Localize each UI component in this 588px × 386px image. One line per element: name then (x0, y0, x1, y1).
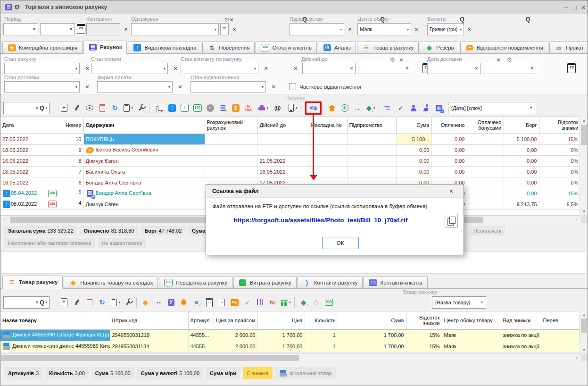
search-icon[interactable]: Q (40, 299, 44, 306)
selection-list-button[interactable] (190, 296, 203, 309)
scrollbar-thumb[interactable] (581, 125, 587, 145)
barcode-button[interactable] (254, 296, 266, 309)
payment-state-select[interactable]: ▾ (91, 63, 168, 74)
excel-export-button[interactable] (323, 296, 335, 309)
product-horizontal-scrollbar[interactable]: › (0, 353, 580, 361)
global-search-icon[interactable] (523, 15, 532, 24)
copy-invoice-button[interactable] (153, 101, 166, 115)
price-tag-button[interactable] (177, 296, 190, 309)
period-to-input[interactable]: . .× (40, 23, 75, 35)
confirm-products-button[interactable] (241, 296, 254, 309)
scrollbar-thumb[interactable] (1, 355, 299, 361)
column-header-recipient[interactable]: Одержувач (83, 117, 205, 134)
recipient-settings-close-icon[interactable]: × (228, 15, 235, 25)
invoice-template-button[interactable] (216, 101, 229, 115)
import-document-button[interactable] (215, 296, 228, 309)
product-row[interactable]: Джинси 44555990 Lafarge Франція XL(р)294… (0, 329, 580, 341)
export-document-button[interactable] (178, 101, 191, 115)
file-link[interactable]: https://torgsoft.ua/assets/files/Photo_t… (206, 217, 435, 224)
column-header-discount_type[interactable]: Вид знижки (501, 311, 541, 329)
column-header-enterprise[interactable]: Підприємство (347, 117, 396, 134)
column-header-bonus[interactable]: Оплачено бонусами (467, 117, 504, 134)
enterprise-clear-icon[interactable]: × (346, 24, 354, 34)
payment-form-select[interactable]: ▾ (97, 81, 173, 92)
column-header-discount[interactable]: Відсоток знижки (539, 117, 580, 134)
clear-icon[interactable]: × (350, 65, 353, 72)
view-invoice-button[interactable] (83, 101, 96, 115)
partial-shipment-checkbox[interactable] (289, 83, 296, 90)
courier-button[interactable] (420, 101, 432, 115)
service-tools-button[interactable] (121, 296, 134, 309)
delivery-date-calendar-icon[interactable] (567, 64, 576, 72)
column-header-barcode[interactable]: Штрих-код (110, 311, 188, 329)
column-header-waybill[interactable]: Накладна № (309, 117, 347, 134)
scroll-up-icon[interactable]: ▴ (580, 311, 588, 319)
minimize-button[interactable] (562, 3, 571, 11)
tab-rental[interactable]: Прокат (549, 42, 588, 53)
product-summary-badge-5[interactable]: Є знижка (243, 367, 273, 379)
tab-analysis[interactable]: Аналіз (318, 42, 356, 53)
invoice-vertical-scrollbar[interactable]: ▴ ▾ (580, 117, 588, 215)
tab-commercial-offer[interactable]: Комерційна пропозиція (2, 42, 83, 53)
copy-link-button[interactable] (445, 214, 458, 228)
column-header-checked[interactable]: Перев (541, 311, 580, 329)
column-header-price[interactable]: Ціна (257, 311, 305, 329)
numbering-button[interactable] (266, 296, 279, 309)
delete-invoice-button[interactable] (96, 101, 108, 115)
scroll-up-icon[interactable]: ▴ (580, 117, 588, 124)
close-button[interactable] (579, 3, 588, 11)
refresh-button[interactable] (108, 101, 121, 115)
payment-form-clear-icon[interactable]: × (176, 82, 184, 92)
send-forward-button[interactable] (351, 101, 364, 115)
clear-icon[interactable]: × (35, 299, 39, 306)
edit-product-button[interactable] (70, 296, 83, 309)
maximize-button[interactable] (571, 3, 579, 11)
currency-rate-button[interactable] (338, 101, 351, 115)
filter-chip-unpaid[interactable]: Неоплачені (470, 226, 505, 235)
reserve-product-button[interactable] (297, 296, 310, 309)
price-recalc-button[interactable] (228, 296, 241, 309)
http-link-button[interactable] (305, 101, 322, 115)
invoice-sort-combo[interactable]: [Дата] [ключ]▾ (448, 102, 535, 114)
currency-search-icon[interactable] (458, 15, 466, 24)
delivery-state-clear-icon[interactable]: × (83, 82, 91, 92)
invoice-row[interactable]: 16.05.20228 Димчук Євген21.05.20220,000,… (0, 155, 580, 166)
column-header-sum[interactable]: Сума (396, 117, 431, 134)
invoice-row[interactable]: 27.05.202210 ПОКУПЕЦЬ5 100...0,005 100,0… (0, 134, 580, 144)
clear-icon[interactable]: × (530, 65, 534, 72)
register-payment-button[interactable] (191, 101, 204, 115)
service-tools-button[interactable] (134, 101, 147, 115)
filter-chip-1[interactable]: Не відвантажено (98, 238, 146, 248)
valid-until-to-input[interactable]: . .× (358, 63, 411, 74)
ok-button[interactable]: OK (322, 237, 359, 249)
column-header-list_price[interactable]: Ціна за прайсом (214, 311, 257, 329)
tab-invoice[interactable]: Рахунок (83, 41, 127, 54)
currency-clear-icon[interactable]: × (465, 24, 473, 34)
column-header-discount[interactable]: Відсоток знижки (406, 311, 442, 329)
column-header-debt[interactable]: Борг (504, 117, 539, 134)
tab-invoice-goods[interactable]: Товар рахунку (2, 276, 63, 289)
tab-sent-messages[interactable]: Відправлені повідомлення (460, 42, 548, 53)
create-waybill-button[interactable] (166, 101, 178, 115)
product-row[interactable]: Джинси темно-сині джинс 44555989 Китай S… (0, 341, 580, 352)
delivery-date-from-input[interactable]: . .× (427, 63, 480, 74)
print-button[interactable]: ▾ (257, 101, 269, 115)
tab-prepayment[interactable]: Передплата рахунку (159, 277, 232, 288)
column-header-account[interactable]: Розрахунковий рахунок (205, 117, 257, 134)
scroll-right-icon[interactable]: › (572, 216, 580, 223)
scroll-down-icon[interactable]: ▾ (580, 208, 588, 215)
send-sms-button[interactable]: ▾ (286, 101, 298, 115)
refresh-products-button[interactable] (96, 296, 108, 309)
invoice-row[interactable]: 16.05.20227 Василина Ольга16.05.20220,00… (0, 166, 580, 177)
move-lines-button[interactable] (381, 101, 394, 115)
valid-until-clear-icon[interactable]: × (292, 63, 299, 74)
enterprise-select[interactable]: ▾ (290, 23, 344, 35)
tab-goods-in-invoice[interactable]: Товар в рахунку (357, 42, 419, 53)
tab-invoice-contacts[interactable]: Контакти рахунку (298, 277, 363, 288)
product-search-input[interactable]: ×Q▾ (3, 296, 50, 309)
contact-state-select[interactable]: ▾ (181, 63, 258, 74)
filter-chip-0[interactable]: Неоплачені або частково оплачені (4, 238, 95, 248)
services-button[interactable] (165, 296, 177, 309)
tab-client-contacts[interactable]: Контакти клієнта (364, 277, 427, 288)
delivery-home-button[interactable] (325, 101, 338, 115)
